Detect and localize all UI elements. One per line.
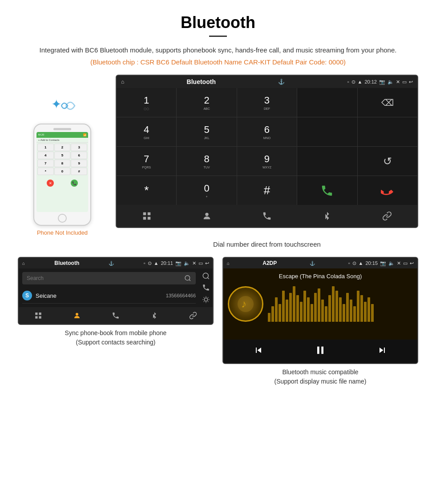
empty-cell-1	[297, 117, 357, 146]
location-icon: ⊙	[351, 79, 355, 85]
mus-x-icon: ✕	[397, 260, 401, 266]
dial-key-star[interactable]: *	[117, 176, 176, 205]
phone-home-btn	[58, 214, 67, 223]
dial-key-5[interactable]: 5JKL	[177, 117, 236, 146]
svg-rect-0	[143, 212, 145, 215]
equalizer-area	[268, 286, 413, 322]
phonebook-inner: Search S Seicane 13566664466	[19, 268, 213, 307]
music-caption: Bluetooth music compatible (Support disp…	[275, 368, 367, 386]
pb-status-icons: ▫ ⊙ ▲ 20:11 📷 🔈 ✕ ▭ ↩	[144, 260, 209, 266]
nav-contacts[interactable]	[177, 208, 237, 224]
mus-usb-icon: ⚓	[310, 261, 315, 266]
dial-key-2[interactable]: 2ABC	[177, 88, 236, 117]
svg-line-6	[189, 280, 190, 281]
dial-key-7[interactable]: 7PQRS	[117, 147, 176, 176]
nav-phone[interactable]	[237, 208, 297, 224]
contact-name: Seicane	[36, 292, 166, 299]
phone-not-included-label: Phone Not Included	[37, 229, 88, 236]
header-section: Bluetooth Integrated with BC6 Bluetooth …	[18, 13, 418, 66]
car-dial-screen: ⌂ Bluetooth ⚓ ▫ ⊙ ▲ 20:12 📷 🔈 ✕ ▭ ↩	[116, 75, 418, 228]
mus-vol-icon: 🔈	[388, 260, 395, 266]
dial-key-3[interactable]: 3DEF	[237, 88, 297, 117]
svg-point-7	[203, 273, 208, 278]
status-icons: ▫ ⊙ ▲ 20:12 📷 🔈 ✕ ▭ ↩	[347, 79, 413, 85]
camera-icon: 📷	[379, 79, 385, 85]
music-controls	[223, 340, 417, 363]
home-icon: ⌂	[121, 79, 124, 85]
call-red-cell[interactable]	[358, 176, 417, 205]
pb-back-icon: ↩	[205, 260, 209, 266]
pb-home-icon: ⌂	[22, 261, 25, 266]
pb-nav-bt[interactable]	[135, 310, 174, 321]
display-area	[297, 88, 357, 117]
mus-time: 20:15	[365, 260, 378, 266]
dial-key-1[interactable]: 1◌◌	[117, 88, 176, 117]
search-placeholder: Search	[27, 275, 44, 281]
dial-key-9[interactable]: 9WXYZ	[237, 147, 297, 176]
pb-nav-link[interactable]	[174, 310, 213, 321]
mus-back-icon: ↩	[410, 260, 414, 266]
phonebook-header: ⌂ Bluetooth ⚓ ▫ ⊙ ▲ 20:11 📷 🔈 ✕ ▭ ↩	[19, 258, 213, 268]
phone-speaker	[53, 128, 71, 130]
phone-image-area: ✦ M:20📶 + Add to Contacts	[18, 75, 107, 236]
backspace-icon: ⌫	[381, 97, 394, 108]
mus-loc-icon: ⊙	[352, 260, 356, 266]
pb-usb-icon: ⚓	[109, 261, 114, 266]
main-screen-area: ✦ M:20📶 + Add to Contacts	[18, 75, 418, 236]
svg-rect-1	[147, 212, 150, 215]
music-content: Escape (The Pina Colada Song) ♪	[223, 268, 417, 340]
song-title: Escape (The Pina Colada Song)	[279, 273, 362, 280]
svg-rect-2	[143, 217, 145, 220]
title-divider	[209, 36, 227, 37]
dial-key-8[interactable]: 8TUV	[177, 147, 236, 176]
pb-nav-grid[interactable]	[19, 310, 57, 321]
pb-bottom-nav	[19, 307, 213, 324]
pb-loc-icon: ⊙	[148, 260, 152, 266]
nav-grid[interactable]	[117, 208, 177, 224]
phonebook-wrap: ⌂ Bluetooth ⚓ ▫ ⊙ ▲ 20:11 📷 🔈 ✕ ▭ ↩	[18, 257, 214, 386]
page-container: Bluetooth Integrated with BC6 Bluetooth …	[0, 0, 436, 400]
phonebook-side-icons	[199, 268, 213, 307]
dial-bottom-nav	[117, 205, 417, 227]
pb-title: Bluetooth	[54, 260, 79, 266]
svg-point-4	[205, 213, 208, 216]
dial-key-6[interactable]: 6MNO	[237, 117, 297, 146]
svg-text:♪: ♪	[241, 298, 246, 310]
close-icon: ✕	[396, 79, 400, 85]
prev-track-btn[interactable]	[253, 345, 264, 358]
pb-vol-icon: 🔈	[184, 260, 190, 266]
nav-bluetooth[interactable]	[297, 208, 357, 224]
dial-key-0[interactable]: 0+	[177, 176, 236, 205]
dial-key-4[interactable]: 4GHI	[117, 117, 176, 146]
search-bar[interactable]: Search	[22, 272, 196, 284]
dial-screen-title: Bluetooth	[187, 78, 216, 85]
dial-key-hash[interactable]: #	[237, 176, 297, 205]
play-pause-btn[interactable]	[314, 344, 327, 359]
mus-min-icon: ▭	[403, 260, 408, 266]
minimize-icon: ▭	[402, 79, 407, 85]
contact-initial: S	[22, 291, 32, 300]
call-green-cell[interactable]	[297, 176, 357, 205]
next-track-btn[interactable]	[377, 345, 388, 358]
pb-caption-line1: Sync phone-book from mobile phone	[65, 329, 167, 336]
svg-rect-12	[35, 316, 37, 319]
dialpad-grid: 1◌◌ 2ABC 3DEF ⌫ 4GHI 5JKL	[117, 88, 417, 205]
backspace-cell[interactable]: ⌫	[358, 88, 417, 117]
svg-line-8	[207, 278, 209, 279]
nav-link[interactable]	[357, 208, 417, 224]
pb-nav-person[interactable]	[57, 310, 96, 321]
orange-info: (Bluetooth chip : CSR BC6 Default Blueto…	[18, 58, 418, 66]
phone-screen: M:20📶 + Add to Contacts 123 456 789 *0# …	[36, 132, 88, 212]
refresh-cell[interactable]: ↺	[358, 147, 417, 176]
contact-row: S Seicane 13566664466	[22, 288, 196, 304]
phonebook-main: Search S Seicane 13566664466	[19, 268, 199, 307]
back-icon: ↩	[409, 79, 413, 85]
pb-nav-phone[interactable]	[96, 310, 135, 321]
wave-lines	[58, 96, 76, 117]
signal-icon: ▲	[358, 79, 363, 84]
mus-status-icons: ▫ ⊙ ▲ 20:15 📷 🔈 ✕ ▭ ↩	[348, 260, 414, 266]
svg-rect-13	[39, 316, 41, 319]
music-header: ⌂ A2DP ⚓ ▫ ⊙ ▲ 20:15 📷 🔈 ✕ ▭ ↩	[223, 258, 417, 268]
time-display: 20:12	[364, 79, 377, 84]
refresh-icon: ↺	[383, 155, 392, 168]
